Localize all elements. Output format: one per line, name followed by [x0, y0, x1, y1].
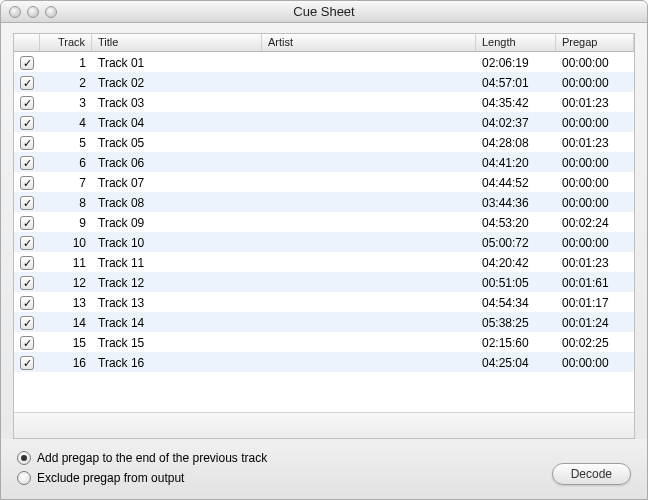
table-row[interactable]: ✓13Track 1304:54:3400:01:17 — [14, 292, 634, 312]
table-row[interactable]: ✓5Track 0504:28:0800:01:23 — [14, 132, 634, 152]
cell-artist — [262, 81, 476, 83]
checkbox[interactable]: ✓ — [20, 276, 34, 290]
col-header-length[interactable]: Length — [476, 34, 556, 51]
cell-check: ✓ — [14, 154, 40, 170]
cell-track-number: 15 — [40, 334, 92, 350]
table-row[interactable]: ✓3Track 0304:35:4200:01:23 — [14, 92, 634, 112]
cell-length: 04:28:08 — [476, 134, 556, 150]
cell-pregap: 00:00:00 — [556, 74, 634, 90]
titlebar[interactable]: Cue Sheet — [1, 1, 647, 23]
checkbox[interactable]: ✓ — [20, 96, 34, 110]
checkbox[interactable]: ✓ — [20, 76, 34, 90]
cell-length: 02:15:60 — [476, 334, 556, 350]
cell-title: Track 10 — [92, 234, 262, 250]
cell-track-number: 2 — [40, 74, 92, 90]
checkbox[interactable]: ✓ — [20, 136, 34, 150]
checkbox[interactable]: ✓ — [20, 236, 34, 250]
table-row[interactable]: ✓1Track 0102:06:1900:00:00 — [14, 52, 634, 72]
cell-artist — [262, 221, 476, 223]
cell-artist — [262, 61, 476, 63]
table-row[interactable]: ✓4Track 0404:02:3700:00:00 — [14, 112, 634, 132]
table-row[interactable]: ✓12Track 1200:51:0500:01:61 — [14, 272, 634, 292]
col-header-artist[interactable]: Artist — [262, 34, 476, 51]
table-row[interactable]: ✓15Track 1502:15:6000:02:25 — [14, 332, 634, 352]
radio-exclude-pregap[interactable]: Exclude pregap from output — [17, 471, 267, 485]
checkbox[interactable]: ✓ — [20, 356, 34, 370]
cell-track-number: 3 — [40, 94, 92, 110]
cell-artist — [262, 261, 476, 263]
cell-track-number: 7 — [40, 174, 92, 190]
cell-check: ✓ — [14, 234, 40, 250]
checkbox[interactable]: ✓ — [20, 176, 34, 190]
cell-track-number: 6 — [40, 154, 92, 170]
checkbox[interactable]: ✓ — [20, 196, 34, 210]
close-icon[interactable] — [9, 6, 21, 18]
checkbox[interactable]: ✓ — [20, 296, 34, 310]
cell-track-number: 13 — [40, 294, 92, 310]
cell-artist — [262, 281, 476, 283]
minimize-icon[interactable] — [27, 6, 39, 18]
table-row[interactable]: ✓2Track 0204:57:0100:00:00 — [14, 72, 634, 92]
checkbox[interactable]: ✓ — [20, 316, 34, 330]
cell-length: 04:35:42 — [476, 94, 556, 110]
cell-pregap: 00:01:61 — [556, 274, 634, 290]
cell-length: 05:00:72 — [476, 234, 556, 250]
table-body[interactable]: ✓1Track 0102:06:1900:00:00✓2Track 0204:5… — [14, 52, 634, 412]
cell-track-number: 5 — [40, 134, 92, 150]
cell-track-number: 4 — [40, 114, 92, 130]
cell-pregap: 00:01:23 — [556, 134, 634, 150]
checkbox[interactable]: ✓ — [20, 256, 34, 270]
cell-check: ✓ — [14, 74, 40, 90]
cell-pregap: 00:01:23 — [556, 254, 634, 270]
cell-check: ✓ — [14, 174, 40, 190]
cell-artist — [262, 121, 476, 123]
cell-length: 04:41:20 — [476, 154, 556, 170]
cell-artist — [262, 341, 476, 343]
checkbox[interactable]: ✓ — [20, 156, 34, 170]
cell-artist — [262, 141, 476, 143]
cell-artist — [262, 241, 476, 243]
cell-pregap: 00:01:23 — [556, 94, 634, 110]
cell-length: 00:51:05 — [476, 274, 556, 290]
table-row[interactable]: ✓9Track 0904:53:2000:02:24 — [14, 212, 634, 232]
checkbox[interactable]: ✓ — [20, 116, 34, 130]
cell-length: 03:44:36 — [476, 194, 556, 210]
checkbox[interactable]: ✓ — [20, 216, 34, 230]
cell-artist — [262, 301, 476, 303]
checkbox[interactable]: ✓ — [20, 336, 34, 350]
cell-title: Track 08 — [92, 194, 262, 210]
table-row[interactable]: ✓11Track 1104:20:4200:01:23 — [14, 252, 634, 272]
cell-track-number: 10 — [40, 234, 92, 250]
table-row[interactable]: ✓8Track 0803:44:3600:00:00 — [14, 192, 634, 212]
cell-check: ✓ — [14, 254, 40, 270]
cell-pregap: 00:00:00 — [556, 114, 634, 130]
table-row[interactable]: ✓14Track 1405:38:2500:01:24 — [14, 312, 634, 332]
table-row[interactable]: ✓7Track 0704:44:5200:00:00 — [14, 172, 634, 192]
pregap-options: Add pregap to the end of the previous tr… — [17, 451, 267, 485]
cell-pregap: 00:00:00 — [556, 54, 634, 70]
cell-check: ✓ — [14, 94, 40, 110]
checkbox[interactable]: ✓ — [20, 56, 34, 70]
cell-track-number: 9 — [40, 214, 92, 230]
table-header: Track Title Artist Length Pregap — [14, 34, 634, 52]
decode-button[interactable]: Decode — [552, 463, 631, 485]
col-header-check[interactable] — [14, 34, 40, 51]
cell-title: Track 03 — [92, 94, 262, 110]
cell-track-number: 16 — [40, 354, 92, 370]
cell-title: Track 01 — [92, 54, 262, 70]
radio-icon — [17, 471, 31, 485]
col-header-pregap[interactable]: Pregap — [556, 34, 634, 51]
table-row[interactable]: ✓10Track 1005:00:7200:00:00 — [14, 232, 634, 252]
radio-add-pregap[interactable]: Add pregap to the end of the previous tr… — [17, 451, 267, 465]
cell-check: ✓ — [14, 194, 40, 210]
col-header-track[interactable]: Track — [40, 34, 92, 51]
radio-label: Add pregap to the end of the previous tr… — [37, 451, 267, 465]
cell-title: Track 04 — [92, 114, 262, 130]
col-header-title[interactable]: Title — [92, 34, 262, 51]
table-row[interactable]: ✓6Track 0604:41:2000:00:00 — [14, 152, 634, 172]
cell-pregap: 00:00:00 — [556, 194, 634, 210]
zoom-icon[interactable] — [45, 6, 57, 18]
cue-sheet-window: Cue Sheet Track Title Artist Length Preg… — [0, 0, 648, 500]
table-row[interactable]: ✓16Track 1604:25:0400:00:00 — [14, 352, 634, 372]
cell-track-number: 12 — [40, 274, 92, 290]
